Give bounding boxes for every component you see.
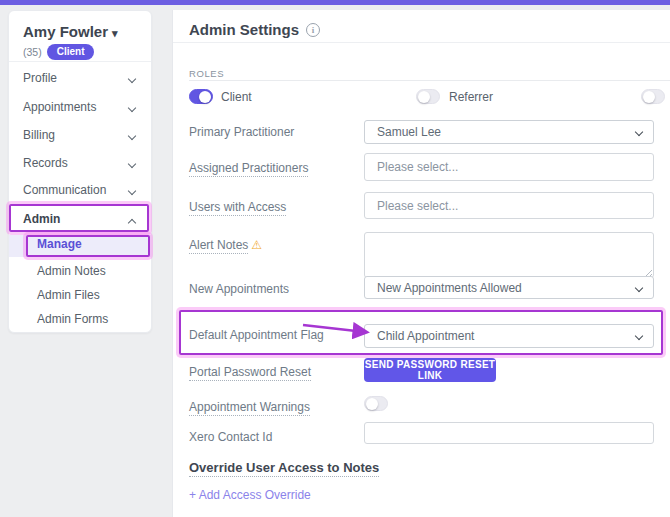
client-age: (35) bbox=[23, 46, 42, 58]
chevron-down-icon bbox=[128, 187, 136, 195]
page-title: Admin Settings bbox=[189, 21, 299, 38]
new-appointments-select[interactable]: New Appointments Allowed bbox=[364, 276, 654, 299]
toggle-knob bbox=[418, 91, 430, 103]
sidebar-item-communication[interactable]: Communication bbox=[9, 183, 151, 203]
third-role-toggle[interactable] bbox=[641, 89, 665, 104]
title-divider bbox=[173, 42, 670, 43]
client-name: Amy Fowler bbox=[23, 23, 108, 40]
primary-practitioner-select[interactable]: Samuel Lee bbox=[364, 120, 654, 144]
page: Amy Fowler▾ (35) Client Profile Appointm… bbox=[0, 0, 670, 517]
appointment-warnings-toggle[interactable] bbox=[364, 396, 388, 411]
chevron-down-icon bbox=[128, 75, 136, 83]
default-appointment-flag-select[interactable]: Child Appointment bbox=[364, 324, 654, 348]
sidebar-subitem-admin-files[interactable]: Admin Files bbox=[9, 286, 151, 308]
sidebar-item-label: Records bbox=[23, 156, 68, 170]
new-appointments-value: New Appointments Allowed bbox=[377, 281, 522, 295]
toggle-knob bbox=[199, 91, 211, 103]
primary-practitioner-value: Samuel Lee bbox=[377, 125, 441, 139]
roles-divider bbox=[189, 80, 670, 81]
warning-icon: ⚠ bbox=[251, 238, 262, 252]
alert-notes-label: Alert Notes bbox=[189, 238, 248, 254]
chevron-down-icon bbox=[635, 128, 643, 136]
xero-contact-id-input[interactable] bbox=[364, 422, 654, 444]
add-access-override-link[interactable]: + Add Access Override bbox=[189, 488, 311, 502]
sidebar-subitem-admin-forms[interactable]: Admin Forms bbox=[9, 310, 151, 332]
sidebar-item-label: Appointments bbox=[23, 100, 96, 114]
portal-password-reset-label: Portal Password Reset bbox=[189, 365, 311, 381]
caret-down-icon: ▾ bbox=[112, 27, 118, 39]
sidebar-divider bbox=[9, 61, 151, 62]
chevron-down-icon bbox=[128, 132, 136, 140]
chevron-down-icon bbox=[128, 160, 136, 168]
assigned-practitioners-label: Assigned Practitioners bbox=[189, 161, 308, 177]
sidebar-subitem-label: Admin Forms bbox=[37, 312, 108, 326]
sidebar-item-records[interactable]: Records bbox=[9, 156, 151, 176]
sidebar-subitem-admin-notes[interactable]: Admin Notes bbox=[9, 262, 151, 284]
chevron-down-icon bbox=[635, 284, 643, 292]
sidebar-item-label: Admin bbox=[23, 212, 60, 226]
info-icon[interactable]: i bbox=[306, 23, 320, 37]
users-with-access-input[interactable] bbox=[364, 192, 654, 219]
default-appointment-flag-value: Child Appointment bbox=[377, 329, 474, 343]
sidebar-subitem-label: Admin Notes bbox=[37, 264, 106, 278]
chevron-up-icon bbox=[128, 219, 136, 227]
client-type-badge: Client bbox=[47, 44, 95, 60]
referrer-role-toggle[interactable] bbox=[416, 89, 440, 104]
sidebar-subitem-label: Manage bbox=[37, 237, 82, 251]
sidebar-item-label: Billing bbox=[23, 128, 55, 142]
users-with-access-label: Users with Access bbox=[189, 200, 286, 216]
referrer-role-label: Referrer bbox=[449, 90, 493, 104]
alert-notes-textarea[interactable] bbox=[364, 232, 654, 278]
override-user-access-heading: Override User Access to Notes bbox=[189, 460, 379, 477]
toggle-knob bbox=[366, 398, 378, 410]
chevron-down-icon bbox=[128, 104, 136, 112]
sidebar-item-billing[interactable]: Billing bbox=[9, 128, 151, 148]
sidebar-item-admin[interactable]: Admin bbox=[9, 212, 151, 232]
admin-settings-panel: Admin Settings i ROLES Client Referrer P… bbox=[172, 10, 670, 517]
primary-practitioner-label: Primary Practitioner bbox=[189, 125, 294, 139]
sidebar-item-profile[interactable]: Profile bbox=[9, 71, 151, 91]
sidebar-subitem-manage[interactable]: Manage bbox=[9, 235, 151, 257]
sidebar-item-appointments[interactable]: Appointments bbox=[9, 100, 151, 120]
client-role-label: Client bbox=[221, 90, 252, 104]
roles-section-label: ROLES bbox=[189, 68, 224, 79]
client-role-toggle[interactable] bbox=[189, 89, 213, 104]
title-row: Admin Settings i bbox=[189, 21, 320, 38]
client-name-dropdown[interactable]: Amy Fowler▾ bbox=[23, 23, 118, 40]
xero-contact-id-label: Xero Contact Id bbox=[189, 430, 272, 444]
sidebar-item-label: Profile bbox=[23, 71, 57, 85]
new-appointments-label: New Appointments bbox=[189, 282, 289, 296]
client-sidebar: Amy Fowler▾ (35) Client Profile Appointm… bbox=[8, 10, 152, 333]
assigned-practitioners-input[interactable] bbox=[364, 153, 654, 181]
top-accent-bar bbox=[0, 0, 670, 5]
sidebar-item-label: Communication bbox=[23, 183, 106, 197]
appointment-warnings-label: Appointment Warnings bbox=[189, 400, 310, 416]
sidebar-subitem-label: Admin Files bbox=[37, 288, 100, 302]
client-subheader: (35) Client bbox=[23, 44, 94, 60]
chevron-down-icon bbox=[635, 332, 643, 340]
default-appointment-flag-label: Default Appointment Flag bbox=[189, 328, 324, 342]
toggle-knob bbox=[643, 91, 655, 103]
send-password-reset-button[interactable]: SEND PASSWORD RESET LINK bbox=[364, 358, 496, 382]
